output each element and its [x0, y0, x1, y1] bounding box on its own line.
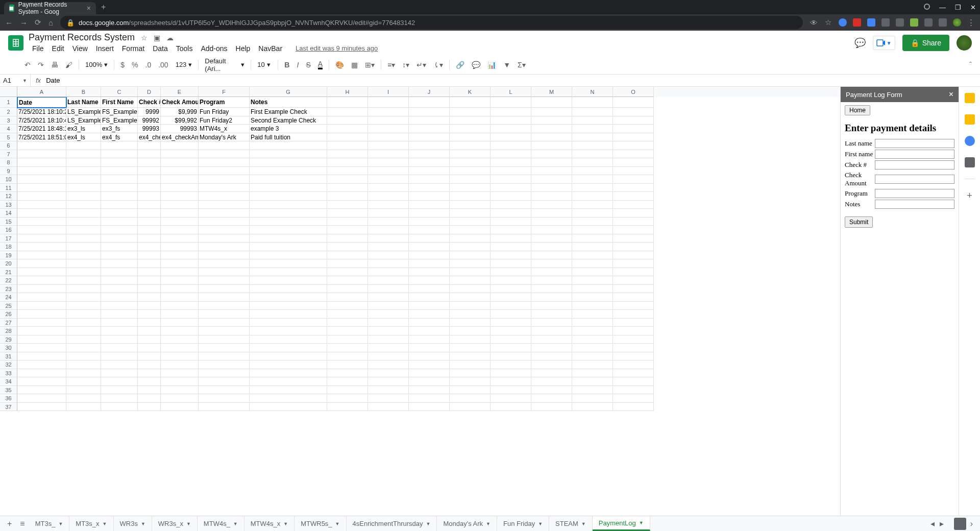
url-bar[interactable]: 🔒 docs.google.com/spreadsheets/d/1vUTP6l…	[60, 16, 803, 29]
column-header[interactable]: D	[138, 87, 161, 97]
cell[interactable]: First Name	[101, 97, 138, 108]
cell[interactable]: ex3_ls	[66, 125, 101, 133]
cell[interactable]	[531, 158, 572, 167]
cell[interactable]	[491, 116, 531, 125]
cell[interactable]	[327, 369, 368, 378]
cell[interactable]	[327, 209, 368, 218]
cell[interactable]	[491, 302, 531, 310]
cell[interactable]	[138, 218, 161, 226]
cell[interactable]	[450, 335, 491, 344]
cell[interactable]	[161, 285, 199, 294]
cell[interactable]	[17, 150, 66, 159]
text-color-icon[interactable]: A	[315, 58, 326, 71]
cell[interactable]	[409, 175, 450, 184]
cell[interactable]	[531, 268, 572, 277]
cell[interactable]	[491, 218, 531, 226]
decrease-decimal-icon[interactable]: .0	[142, 59, 155, 71]
cell[interactable]	[327, 243, 368, 251]
cell[interactable]	[138, 167, 161, 176]
row-header[interactable]: 1	[0, 97, 17, 108]
cell[interactable]	[613, 285, 654, 294]
cell[interactable]	[327, 352, 368, 361]
column-header[interactable]: H	[327, 87, 368, 97]
cell[interactable]	[199, 234, 250, 243]
cell[interactable]	[491, 251, 531, 260]
cell[interactable]	[199, 175, 250, 184]
back-icon[interactable]: ←	[5, 18, 13, 27]
cell[interactable]	[101, 251, 138, 260]
cell[interactable]	[327, 226, 368, 234]
cell[interactable]	[450, 268, 491, 277]
cell[interactable]	[101, 201, 138, 209]
cell[interactable]	[531, 310, 572, 319]
cell[interactable]	[368, 167, 409, 176]
cell[interactable]	[613, 369, 654, 378]
column-header[interactable]: I	[368, 87, 409, 97]
cell[interactable]	[66, 251, 101, 260]
cell[interactable]	[17, 327, 66, 335]
cell[interactable]	[101, 276, 138, 285]
form-input-program[interactable]	[875, 189, 954, 198]
cell[interactable]	[17, 167, 66, 176]
row-header[interactable]: 26	[0, 310, 17, 319]
row-header[interactable]: 35	[0, 386, 17, 395]
cell[interactable]	[491, 108, 531, 116]
collapse-toolbar-icon[interactable]: ˆ	[966, 59, 975, 71]
cell[interactable]	[199, 209, 250, 218]
cell[interactable]	[531, 175, 572, 184]
cell[interactable]	[66, 175, 101, 184]
cell[interactable]	[66, 335, 101, 344]
cell[interactable]	[450, 201, 491, 209]
cell[interactable]	[66, 218, 101, 226]
cell[interactable]	[531, 97, 572, 108]
cell[interactable]	[101, 259, 138, 268]
cell[interactable]	[161, 369, 199, 378]
cell[interactable]	[327, 302, 368, 310]
cell[interactable]: 9999	[138, 108, 161, 116]
cell[interactable]	[17, 268, 66, 277]
cell[interactable]	[450, 192, 491, 201]
cell[interactable]	[613, 251, 654, 260]
cell[interactable]	[491, 310, 531, 319]
cell[interactable]	[368, 150, 409, 159]
cell[interactable]	[368, 394, 409, 403]
cell[interactable]	[450, 125, 491, 133]
cell[interactable]	[572, 377, 613, 386]
cell[interactable]	[409, 133, 450, 142]
cell[interactable]	[17, 369, 66, 378]
cell[interactable]: First Example Check	[250, 108, 327, 116]
cell[interactable]	[250, 327, 327, 335]
cell[interactable]	[409, 319, 450, 327]
format-123-select[interactable]: 123▾	[173, 60, 195, 69]
cell[interactable]	[450, 116, 491, 125]
row-header[interactable]: 9	[0, 167, 17, 176]
cell[interactable]	[491, 276, 531, 285]
cell[interactable]	[327, 218, 368, 226]
cell[interactable]	[409, 360, 450, 369]
star-doc-icon[interactable]: ☆	[141, 34, 148, 42]
cell[interactable]: 7/25/2021 18:48:14	[17, 125, 66, 133]
cell[interactable]	[17, 394, 66, 403]
cell[interactable]	[491, 150, 531, 159]
cell[interactable]	[199, 192, 250, 201]
cell[interactable]	[327, 310, 368, 319]
cell[interactable]	[199, 403, 250, 412]
cell[interactable]	[17, 251, 66, 260]
cell[interactable]	[531, 360, 572, 369]
cell[interactable]	[327, 276, 368, 285]
cell[interactable]	[138, 192, 161, 201]
cell[interactable]	[66, 167, 101, 176]
cell[interactable]	[531, 116, 572, 125]
cell[interactable]	[409, 377, 450, 386]
cell[interactable]	[531, 259, 572, 268]
cell[interactable]	[17, 184, 66, 192]
cell[interactable]	[66, 201, 101, 209]
cell[interactable]	[450, 133, 491, 142]
cell[interactable]	[368, 377, 409, 386]
cell[interactable]	[66, 234, 101, 243]
cell[interactable]	[250, 167, 327, 176]
print-icon[interactable]: 🖶	[48, 59, 61, 71]
row-header[interactable]: 13	[0, 201, 17, 209]
menu-addons[interactable]: Add-ons	[197, 43, 231, 54]
menu-tools[interactable]: Tools	[173, 43, 197, 54]
